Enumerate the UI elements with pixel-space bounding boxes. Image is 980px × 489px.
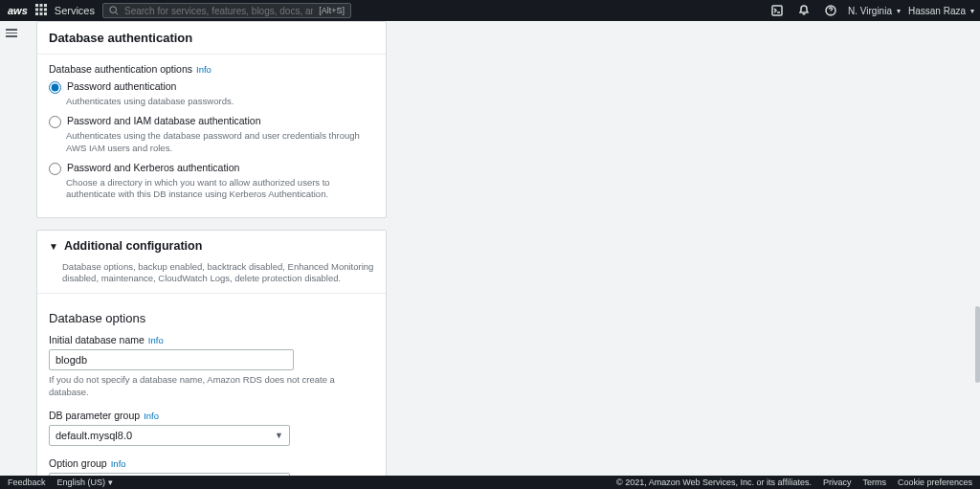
region-selector[interactable]: N. Virginia (848, 6, 901, 16)
chevron-down-icon: ▼ (275, 431, 283, 440)
option-group-label: Option groupInfo (49, 457, 374, 469)
additional-config-expander[interactable]: ▼ Additional configuration (37, 231, 386, 261)
database-options-heading: Database options (49, 311, 374, 325)
additional-config-card: ▼ Additional configuration Database opti… (36, 230, 387, 476)
svg-rect-3 (35, 9, 38, 11)
cloudshell-icon[interactable] (768, 5, 787, 16)
auth-desc-password: Authenticates using database passwords. (66, 96, 374, 107)
auth-desc-kerberos: Choose a directory in which you want to … (66, 177, 374, 201)
search-kbd-hint: [Alt+S] (319, 6, 345, 15)
services-grid-icon[interactable] (35, 4, 47, 17)
side-panel-toggle[interactable] (6, 27, 17, 39)
option-group-info[interactable]: Info (111, 458, 126, 469)
initial-db-help: If you do not specify a database name, A… (49, 374, 374, 398)
auth-radio-password[interactable]: Password authentication (49, 80, 374, 94)
privacy-link[interactable]: Privacy (823, 478, 852, 487)
global-search[interactable]: [Alt+S] (102, 3, 351, 18)
search-input[interactable] (124, 6, 313, 16)
footer-bar: Feedback English (US) ▾ © 2021, Amazon W… (0, 476, 980, 489)
db-auth-title: Database authentication (49, 31, 374, 45)
services-link[interactable]: Services (55, 5, 95, 16)
radio-password[interactable] (49, 81, 61, 94)
top-nav: aws Services [Alt+S] N. Virginia Hassan … (0, 0, 980, 21)
auth-radio-iam[interactable]: Password and IAM database authentication (49, 115, 374, 128)
svg-line-10 (116, 12, 119, 15)
help-icon[interactable] (821, 5, 840, 16)
param-group-label: DB parameter groupInfo (49, 410, 374, 421)
form-column: Database authentication Database authent… (36, 21, 387, 476)
expander-caret-icon: ▼ (49, 241, 58, 252)
svg-rect-4 (39, 9, 42, 11)
auth-radio-kerberos[interactable]: Password and Kerberos authentication (49, 162, 374, 175)
radio-kerberos[interactable] (49, 163, 61, 175)
svg-rect-0 (35, 4, 38, 7)
svg-rect-6 (35, 12, 38, 15)
account-menu[interactable]: Hassan Raza (908, 6, 974, 16)
param-group-info[interactable]: Info (144, 411, 159, 421)
additional-config-title: Additional configuration (64, 239, 202, 253)
search-icon (109, 6, 119, 15)
terms-link[interactable]: Terms (862, 478, 886, 487)
notifications-icon[interactable] (794, 5, 813, 16)
cookie-prefs-link[interactable]: Cookie preferences (898, 478, 972, 487)
additional-config-summary: Database options, backup enabled, backtr… (37, 261, 386, 294)
svg-rect-1 (39, 4, 42, 7)
initial-db-input[interactable] (49, 349, 294, 370)
param-group-select[interactable]: default.mysql8.0▼ (49, 425, 290, 446)
copyright: © 2021, Amazon Web Services, Inc. or its… (616, 478, 812, 487)
svg-rect-2 (44, 4, 47, 7)
auth-options-label: Database authentication optionsInfo (49, 63, 374, 75)
radio-iam[interactable] (49, 116, 61, 128)
feedback-link[interactable]: Feedback (8, 478, 46, 487)
initial-db-label: Initial database nameInfo (49, 334, 374, 345)
svg-point-9 (110, 7, 117, 13)
auth-info-link[interactable]: Info (196, 64, 212, 75)
svg-rect-7 (39, 12, 42, 15)
svg-rect-5 (44, 9, 47, 11)
auth-desc-iam: Authenticates using the database passwor… (66, 130, 374, 154)
language-selector[interactable]: English (US) ▾ (57, 478, 113, 487)
svg-rect-8 (44, 12, 47, 15)
aws-logo[interactable]: aws (8, 5, 28, 16)
db-auth-card: Database authentication Database authent… (36, 21, 387, 218)
scrollbar-thumb[interactable] (975, 306, 980, 383)
initial-db-info[interactable]: Info (148, 335, 164, 345)
